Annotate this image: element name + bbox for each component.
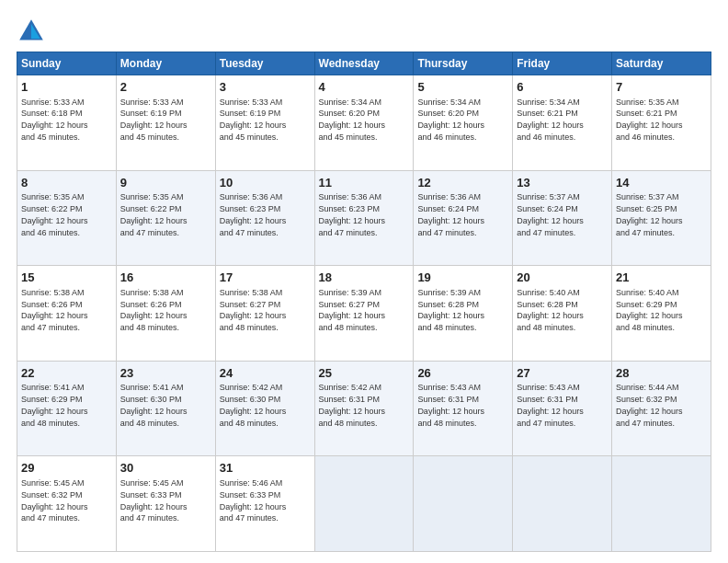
cell-text: Sunrise: 5:38 AMSunset: 6:26 PMDaylight:… bbox=[120, 288, 188, 332]
cell-text: Sunrise: 5:34 AMSunset: 6:20 PMDaylight:… bbox=[417, 98, 484, 142]
week-row-2: 8Sunrise: 5:35 AMSunset: 6:22 PMDaylight… bbox=[17, 170, 711, 266]
calendar-cell: 17Sunrise: 5:38 AMSunset: 6:27 PMDayligh… bbox=[215, 266, 314, 362]
day-number: 3 bbox=[220, 79, 311, 96]
day-number: 29 bbox=[21, 460, 112, 477]
day-number: 22 bbox=[21, 365, 112, 382]
cell-text: Sunrise: 5:40 AMSunset: 6:28 PMDaylight:… bbox=[517, 288, 584, 332]
day-number: 6 bbox=[517, 79, 608, 96]
calendar-cell: 31Sunrise: 5:46 AMSunset: 6:33 PMDayligh… bbox=[215, 456, 314, 552]
cell-text: Sunrise: 5:43 AMSunset: 6:31 PMDaylight:… bbox=[417, 383, 484, 427]
logo bbox=[17, 17, 50, 46]
calendar-cell: 26Sunrise: 5:43 AMSunset: 6:31 PMDayligh… bbox=[414, 361, 513, 456]
week-row-5: 29Sunrise: 5:45 AMSunset: 6:32 PMDayligh… bbox=[17, 456, 711, 552]
day-number: 21 bbox=[616, 270, 707, 286]
day-header-sunday: Sunday bbox=[17, 52, 117, 75]
cell-text: Sunrise: 5:35 AMSunset: 6:21 PMDaylight:… bbox=[616, 98, 683, 142]
calendar-cell: 20Sunrise: 5:40 AMSunset: 6:28 PMDayligh… bbox=[513, 266, 612, 362]
day-number: 11 bbox=[319, 175, 410, 191]
cell-text: Sunrise: 5:46 AMSunset: 6:33 PMDaylight:… bbox=[220, 478, 287, 523]
calendar-cell: 27Sunrise: 5:43 AMSunset: 6:31 PMDayligh… bbox=[513, 361, 612, 456]
day-header-tuesday: Tuesday bbox=[215, 52, 314, 75]
cell-text: Sunrise: 5:43 AMSunset: 6:31 PMDaylight:… bbox=[517, 383, 584, 427]
cell-text: Sunrise: 5:35 AMSunset: 6:22 PMDaylight:… bbox=[120, 192, 188, 236]
day-number: 19 bbox=[417, 270, 508, 286]
cell-text: Sunrise: 5:34 AMSunset: 6:20 PMDaylight:… bbox=[319, 98, 386, 142]
cell-text: Sunrise: 5:45 AMSunset: 6:33 PMDaylight:… bbox=[120, 478, 188, 523]
calendar-cell: 19Sunrise: 5:39 AMSunset: 6:28 PMDayligh… bbox=[414, 266, 513, 362]
cell-text: Sunrise: 5:44 AMSunset: 6:32 PMDaylight:… bbox=[616, 383, 683, 427]
cell-text: Sunrise: 5:38 AMSunset: 6:26 PMDaylight:… bbox=[21, 288, 88, 332]
calendar-cell: 3Sunrise: 5:33 AMSunset: 6:19 PMDaylight… bbox=[215, 75, 314, 171]
day-number: 25 bbox=[319, 365, 410, 382]
cell-text: Sunrise: 5:37 AMSunset: 6:25 PMDaylight:… bbox=[616, 192, 683, 236]
day-number: 17 bbox=[220, 270, 311, 286]
cell-text: Sunrise: 5:45 AMSunset: 6:32 PMDaylight:… bbox=[21, 478, 88, 523]
calendar-cell: 4Sunrise: 5:34 AMSunset: 6:20 PMDaylight… bbox=[314, 75, 414, 171]
day-header-wednesday: Wednesday bbox=[314, 52, 414, 75]
day-number: 8 bbox=[21, 175, 112, 191]
calendar-cell: 8Sunrise: 5:35 AMSunset: 6:22 PMDaylight… bbox=[17, 170, 117, 266]
day-number: 1 bbox=[21, 79, 112, 96]
calendar-cell: 24Sunrise: 5:42 AMSunset: 6:30 PMDayligh… bbox=[215, 361, 314, 456]
calendar-cell: 6Sunrise: 5:34 AMSunset: 6:21 PMDaylight… bbox=[513, 75, 612, 171]
header-row: SundayMondayTuesdayWednesdayThursdayFrid… bbox=[17, 52, 711, 75]
cell-text: Sunrise: 5:35 AMSunset: 6:22 PMDaylight:… bbox=[21, 192, 88, 236]
cell-text: Sunrise: 5:40 AMSunset: 6:29 PMDaylight:… bbox=[616, 288, 683, 332]
page: SundayMondayTuesdayWednesdayThursdayFrid… bbox=[0, 0, 728, 563]
cell-text: Sunrise: 5:42 AMSunset: 6:30 PMDaylight:… bbox=[220, 383, 287, 427]
calendar-cell: 2Sunrise: 5:33 AMSunset: 6:19 PMDaylight… bbox=[116, 75, 215, 171]
svg-marker-1 bbox=[31, 24, 40, 39]
cell-text: Sunrise: 5:33 AMSunset: 6:19 PMDaylight:… bbox=[120, 98, 188, 142]
day-number: 5 bbox=[417, 79, 508, 96]
calendar-cell: 29Sunrise: 5:45 AMSunset: 6:32 PMDayligh… bbox=[17, 456, 117, 552]
cell-text: Sunrise: 5:39 AMSunset: 6:27 PMDaylight:… bbox=[319, 288, 386, 332]
day-number: 16 bbox=[120, 270, 211, 286]
calendar-cell: 9Sunrise: 5:35 AMSunset: 6:22 PMDaylight… bbox=[116, 170, 215, 266]
day-header-monday: Monday bbox=[116, 52, 215, 75]
header bbox=[17, 17, 711, 46]
calendar-cell: 14Sunrise: 5:37 AMSunset: 6:25 PMDayligh… bbox=[612, 170, 711, 266]
day-number: 4 bbox=[319, 79, 410, 96]
calendar-cell bbox=[414, 456, 513, 552]
cell-text: Sunrise: 5:36 AMSunset: 6:24 PMDaylight:… bbox=[417, 192, 484, 236]
calendar-cell bbox=[513, 456, 612, 552]
calendar-cell: 21Sunrise: 5:40 AMSunset: 6:29 PMDayligh… bbox=[612, 266, 711, 362]
calendar-cell: 18Sunrise: 5:39 AMSunset: 6:27 PMDayligh… bbox=[314, 266, 414, 362]
calendar-cell bbox=[612, 456, 711, 552]
day-header-friday: Friday bbox=[513, 52, 612, 75]
day-number: 24 bbox=[220, 365, 311, 382]
calendar-cell: 1Sunrise: 5:33 AMSunset: 6:18 PMDaylight… bbox=[17, 75, 117, 171]
calendar-cell: 25Sunrise: 5:42 AMSunset: 6:31 PMDayligh… bbox=[314, 361, 414, 456]
day-number: 13 bbox=[517, 175, 608, 191]
cell-text: Sunrise: 5:38 AMSunset: 6:27 PMDaylight:… bbox=[220, 288, 287, 332]
day-number: 18 bbox=[319, 270, 410, 286]
day-number: 20 bbox=[517, 270, 608, 286]
cell-text: Sunrise: 5:36 AMSunset: 6:23 PMDaylight:… bbox=[220, 192, 287, 236]
cell-text: Sunrise: 5:41 AMSunset: 6:29 PMDaylight:… bbox=[21, 383, 88, 427]
day-number: 14 bbox=[616, 175, 707, 191]
day-number: 2 bbox=[120, 79, 211, 96]
day-number: 15 bbox=[21, 270, 112, 286]
calendar-cell bbox=[314, 456, 414, 552]
cell-text: Sunrise: 5:37 AMSunset: 6:24 PMDaylight:… bbox=[517, 192, 584, 236]
day-number: 7 bbox=[616, 79, 707, 96]
cell-text: Sunrise: 5:33 AMSunset: 6:18 PMDaylight:… bbox=[21, 98, 88, 142]
day-number: 23 bbox=[120, 365, 211, 382]
calendar-cell: 15Sunrise: 5:38 AMSunset: 6:26 PMDayligh… bbox=[17, 266, 117, 362]
week-row-3: 15Sunrise: 5:38 AMSunset: 6:26 PMDayligh… bbox=[17, 266, 711, 362]
week-row-4: 22Sunrise: 5:41 AMSunset: 6:29 PMDayligh… bbox=[17, 361, 711, 456]
day-number: 28 bbox=[616, 365, 707, 382]
cell-text: Sunrise: 5:39 AMSunset: 6:28 PMDaylight:… bbox=[417, 288, 484, 332]
day-number: 27 bbox=[517, 365, 608, 382]
calendar-cell: 22Sunrise: 5:41 AMSunset: 6:29 PMDayligh… bbox=[17, 361, 117, 456]
day-header-thursday: Thursday bbox=[414, 52, 513, 75]
day-number: 31 bbox=[220, 460, 311, 477]
calendar-cell: 10Sunrise: 5:36 AMSunset: 6:23 PMDayligh… bbox=[215, 170, 314, 266]
calendar-cell: 28Sunrise: 5:44 AMSunset: 6:32 PMDayligh… bbox=[612, 361, 711, 456]
cell-text: Sunrise: 5:41 AMSunset: 6:30 PMDaylight:… bbox=[120, 383, 188, 427]
calendar-cell: 16Sunrise: 5:38 AMSunset: 6:26 PMDayligh… bbox=[116, 266, 215, 362]
calendar-cell: 23Sunrise: 5:41 AMSunset: 6:30 PMDayligh… bbox=[116, 361, 215, 456]
day-number: 30 bbox=[120, 460, 211, 477]
cell-text: Sunrise: 5:42 AMSunset: 6:31 PMDaylight:… bbox=[319, 383, 386, 427]
cell-text: Sunrise: 5:36 AMSunset: 6:23 PMDaylight:… bbox=[319, 192, 386, 236]
